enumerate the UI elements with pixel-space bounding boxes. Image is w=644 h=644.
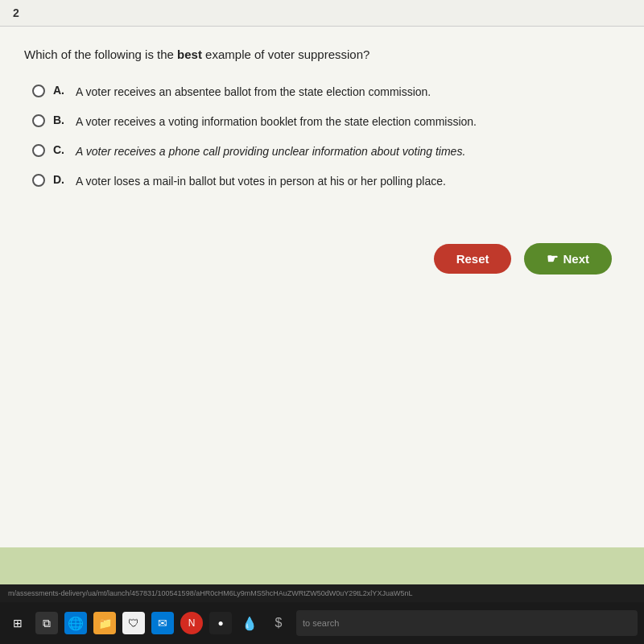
option-b[interactable]: B. A voter receives a voting information… — [32, 114, 620, 130]
file-explorer-icon[interactable]: 📁 — [93, 612, 116, 634]
question-text: Which of the following is the best examp… — [24, 46, 620, 64]
option-a[interactable]: A. A voter receives an absentee ballot f… — [32, 84, 620, 101]
option-b-label: B. — [53, 114, 69, 126]
start-button[interactable]: ⊞ — [6, 612, 29, 634]
question-text-prefix: Which of the following is the — [24, 47, 177, 61]
bottom-bar: m/assessments-delivery/ua/mt/launch/4578… — [0, 584, 644, 602]
mail-icon[interactable]: ✉ — [151, 612, 174, 634]
radio-a[interactable] — [32, 85, 45, 97]
radio-b[interactable] — [32, 114, 45, 127]
option-d[interactable]: D. A voter loses a mail-in ballot but vo… — [32, 173, 620, 190]
dropbox-icon[interactable]: 💧 — [238, 612, 261, 634]
norton-icon[interactable]: N — [180, 612, 203, 634]
question-area: Which of the following is the best examp… — [0, 27, 644, 219]
question-text-suffix: example of voter suppression? — [202, 47, 369, 61]
edge-browser-icon[interactable]: 🌐 — [64, 612, 87, 634]
app-icon[interactable]: ● — [209, 612, 232, 634]
reset-button[interactable]: Reset — [434, 244, 512, 274]
task-view-button[interactable]: ⧉ — [35, 612, 58, 634]
main-content: 2 Which of the following is the best exa… — [0, 0, 644, 547]
option-a-label: A. — [53, 84, 69, 97]
question-text-bold: best — [177, 47, 202, 61]
dollar-icon[interactable]: $ — [267, 612, 290, 634]
radio-d[interactable] — [32, 174, 45, 187]
option-d-text: A voter loses a mail-in ballot but votes… — [76, 173, 446, 190]
next-label: Next — [563, 252, 589, 266]
radio-c[interactable] — [32, 144, 45, 157]
url-bar: m/assessments-delivery/ua/mt/launch/4578… — [8, 589, 412, 597]
buttons-row: Reset ☛ Next — [0, 219, 644, 291]
question-number-bar: 2 — [0, 0, 644, 27]
shield-icon[interactable]: 🛡 — [122, 612, 145, 634]
taskbar: ⊞ ⧉ 🌐 📁 🛡 ✉ N ● 💧 $ to search — [0, 602, 644, 644]
cursor-icon: ☛ — [547, 251, 558, 266]
search-placeholder: to search — [303, 618, 339, 628]
question-number: 2 — [13, 6, 19, 19]
option-a-text: A voter receives an absentee ballot from… — [76, 84, 431, 101]
option-c-label: C. — [53, 143, 69, 156]
options-list: A. A voter receives an absentee ballot f… — [32, 84, 620, 190]
option-b-text: A voter receives a voting information bo… — [76, 114, 477, 130]
option-d-label: D. — [53, 173, 69, 186]
next-button[interactable]: ☛ Next — [524, 243, 612, 275]
option-c-text: A voter receives a phone call providing … — [76, 143, 465, 160]
search-bar[interactable]: to search — [296, 610, 638, 636]
option-c[interactable]: C. A voter receives a phone call providi… — [32, 143, 620, 160]
